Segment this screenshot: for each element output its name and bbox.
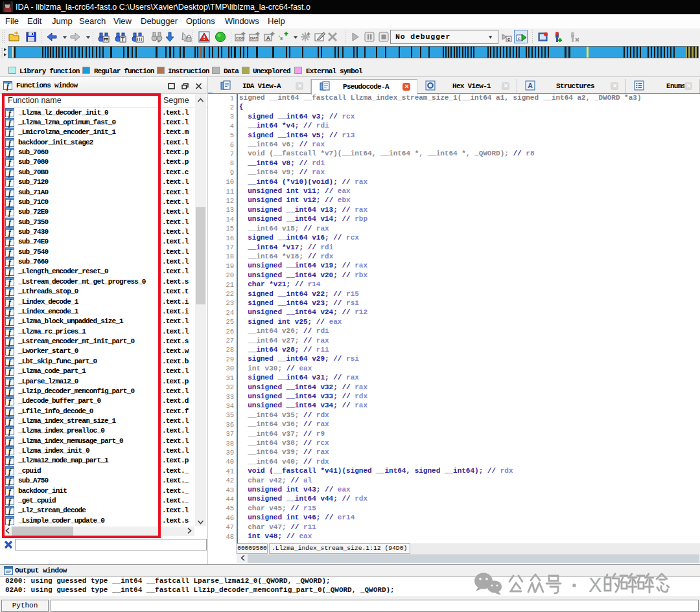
svg-text:COD: COD <box>236 36 245 40</box>
svg-text:'s: 's <box>278 34 283 41</box>
svg-text:A: A <box>528 82 533 89</box>
svg-text:c: c <box>518 36 521 41</box>
svg-text:A: A <box>266 35 271 41</box>
svg-text:DAT: DAT <box>250 36 258 40</box>
svg-text:X: X <box>589 574 602 596</box>
svg-text:c: c <box>508 37 510 41</box>
